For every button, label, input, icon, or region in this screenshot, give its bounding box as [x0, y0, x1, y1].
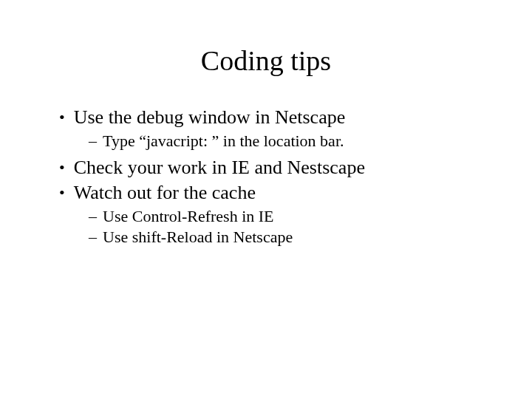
bullet-text: Use the debug window in Netscape — [74, 106, 346, 129]
bullet-level1: • Use the debug window in Netscape — [59, 106, 488, 129]
bullet-text: Use Control-Refresh in IE — [103, 207, 274, 226]
bullet-dash-icon: – — [89, 228, 97, 247]
bullet-level2: – Type “javacript: ” in the location bar… — [89, 132, 488, 151]
bullet-dash-icon: – — [89, 132, 97, 151]
bullet-level2: – Use Control-Refresh in IE — [89, 207, 488, 226]
bullet-dot-icon: • — [59, 106, 65, 129]
slide-title: Coding tips — [44, 44, 488, 77]
bullet-text: Use shift-Reload in Netscape — [103, 228, 293, 247]
bullet-level2: – Use shift-Reload in Netscape — [89, 228, 488, 247]
bullet-dot-icon: • — [59, 182, 65, 204]
bullet-text: Watch out for the cache — [74, 182, 256, 204]
bullet-level1: • Check your work in IE and Nestscape — [59, 157, 488, 179]
bullet-text: Type “javacript: ” in the location bar. — [103, 132, 344, 151]
bullet-level1: • Watch out for the cache — [59, 182, 488, 204]
bullet-dot-icon: • — [59, 157, 65, 179]
slide-content: • Use the debug window in Netscape – Typ… — [44, 106, 488, 247]
bullet-text: Check your work in IE and Nestscape — [74, 157, 365, 179]
bullet-dash-icon: – — [89, 207, 97, 226]
